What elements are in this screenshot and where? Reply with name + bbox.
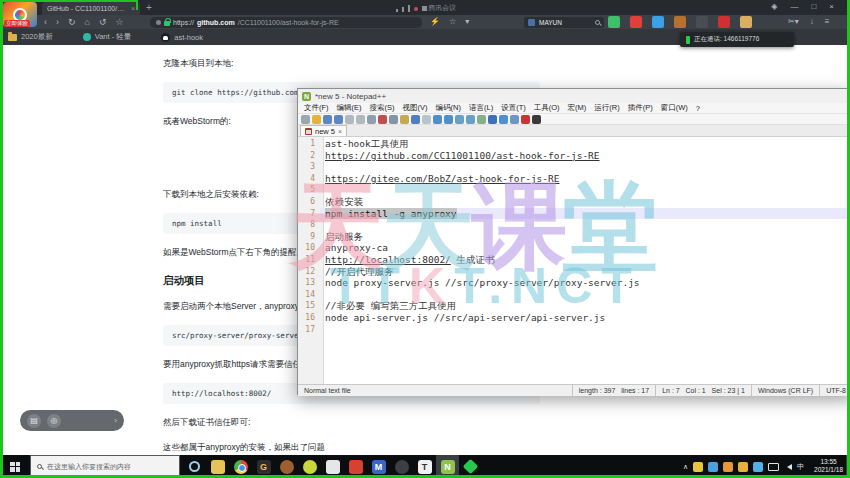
extension-brown[interactable] [674, 16, 686, 28]
menu-item[interactable]: 运行(R) [590, 103, 623, 113]
tray-app-orange-icon[interactable] [723, 462, 733, 472]
show-symbol-icon[interactable] [499, 115, 508, 124]
bookmark-folder[interactable]: 2020最新 [8, 32, 53, 42]
menu-item[interactable]: 语言(L) [465, 103, 497, 113]
menu-item[interactable]: 窗口(W) [657, 103, 692, 113]
browser-search-box[interactable]: MAYUN [524, 17, 604, 28]
menu-item[interactable]: 编码(N) [432, 103, 465, 113]
cut-icon[interactable] [378, 115, 387, 124]
restore-icon[interactable]: ↺ [99, 16, 107, 28]
document-tab[interactable]: new 5 × [300, 125, 347, 136]
menu-item[interactable]: 宏(M) [564, 103, 591, 113]
extension-dark[interactable] [696, 16, 708, 28]
volume-icon[interactable] [784, 464, 792, 470]
notepad-title-text: *new 5 - Notepad++ [315, 92, 386, 101]
close-file-icon[interactable] [345, 115, 354, 124]
save-icon[interactable] [323, 115, 332, 124]
close-all-icon[interactable] [356, 115, 365, 124]
ime-indicator[interactable]: 中 [797, 462, 804, 472]
macro-play-icon[interactable] [532, 115, 541, 124]
minimize-button[interactable]: — [790, 2, 798, 11]
extension-red-2[interactable] [718, 16, 730, 28]
doc-map-icon[interactable] [510, 115, 519, 124]
address-bar-actions: ⚡☆▾ [430, 16, 469, 28]
menu-item[interactable]: 文件(F) [300, 103, 333, 113]
macro-record-icon[interactable] [521, 115, 530, 124]
menu-item[interactable]: ? [692, 104, 704, 113]
link-text[interactable]: http://localhost:8002/ [325, 254, 451, 265]
favorite-icon[interactable]: ☆ [116, 16, 124, 28]
zoom-in-icon[interactable] [455, 115, 464, 124]
forward-icon[interactable]: › [56, 16, 59, 28]
menu-item[interactable]: 设置(T) [497, 103, 530, 113]
download-icon[interactable]: ↓ [810, 16, 814, 28]
refresh-icon[interactable]: ↻ [68, 16, 76, 28]
redo-icon[interactable] [422, 115, 431, 124]
tray-app-yellow-icon[interactable] [693, 462, 703, 472]
open-file-icon[interactable] [312, 115, 321, 124]
line-text: 启动服务 [320, 231, 850, 243]
menu-icon[interactable]: ≡ [825, 16, 830, 28]
tray-app-blue-icon[interactable] [708, 462, 718, 472]
paste-icon[interactable] [400, 115, 409, 124]
browser-tab[interactable]: GitHub - CC11001100/ast-h × [42, 2, 140, 15]
address-bar[interactable]: https://github.com/CC11001100/ast-hook-f… [150, 17, 422, 28]
maximize-button[interactable]: □ [811, 2, 816, 11]
link-text[interactable]: https://github.com/CC11001100/ast-hook-f… [325, 150, 600, 161]
tray-app-swoosh-icon[interactable] [753, 462, 763, 472]
save-all-icon[interactable] [334, 115, 343, 124]
menu-item[interactable]: 编辑(E) [333, 103, 366, 113]
floating-widget[interactable]: ▤ ◎ › [20, 410, 124, 431]
link-text[interactable]: https://gitee.com/BobZ/ast-hook-for-js-R… [325, 173, 560, 184]
home-icon[interactable]: ⌂ [85, 16, 90, 28]
sync-scroll-icon[interactable] [477, 115, 486, 124]
line-text: node proxy-server.js //src/proxy-server/… [320, 277, 850, 289]
tray-app-flame-icon[interactable] [738, 462, 748, 472]
print-icon[interactable] [367, 115, 376, 124]
text-editor-area[interactable]: 1ast-hook工具使用2https://github.com/CC11001… [298, 137, 850, 384]
display-icon[interactable] [768, 463, 779, 471]
find-icon[interactable] [433, 115, 442, 124]
extension-red-1[interactable] [630, 16, 642, 28]
site-shield-icon[interactable] [156, 20, 161, 25]
taskbar-clock[interactable]: 13:55 2021/1/18 [814, 458, 843, 474]
extension-icons [608, 16, 752, 28]
screenshot-scissors-icon[interactable]: ✂▾ [788, 16, 799, 28]
tab-close-icon[interactable]: × [338, 128, 342, 135]
back-icon[interactable]: ‹ [44, 16, 47, 28]
star-icon[interactable]: ☆ [449, 16, 456, 28]
plain-text: //非必要 编写第三方工具使用 [325, 300, 456, 311]
zoom-out-icon[interactable] [466, 115, 475, 124]
new-file-icon[interactable] [301, 115, 310, 124]
menu-item[interactable]: 插件(P) [624, 103, 657, 113]
printer-icon[interactable]: ▤ [27, 414, 41, 428]
speed-mode-icon[interactable]: ⚡ [430, 16, 440, 28]
bookmark-vant[interactable]: Vant - 轻量 [83, 32, 132, 42]
url-scheme: https:// [173, 19, 194, 26]
bookmark-github[interactable]: ast-hook [161, 33, 203, 42]
replace-icon[interactable] [444, 115, 453, 124]
shield-icon[interactable]: ◈ [771, 2, 777, 11]
undo-icon[interactable] [411, 115, 420, 124]
menu-item[interactable]: 视图(V) [399, 103, 432, 113]
expand-arrow-icon[interactable]: › [114, 416, 117, 425]
notepad-title-bar[interactable]: N *new 5 - Notepad++ [298, 89, 850, 103]
tool-icon[interactable]: ◎ [47, 414, 61, 428]
extension-green[interactable] [608, 16, 620, 28]
copy-icon[interactable] [389, 115, 398, 124]
new-tab-button[interactable]: + [146, 2, 152, 13]
tray-expand-icon[interactable]: ∧ [683, 463, 688, 471]
browser-logo[interactable]: 立即体验 [3, 2, 37, 27]
line-number: 15 [298, 300, 320, 312]
word-wrap-icon[interactable] [488, 115, 497, 124]
extension-blue[interactable] [652, 16, 664, 28]
search-icon[interactable] [595, 20, 600, 25]
call-notification[interactable]: 正在通话: 1466119776 [680, 32, 794, 47]
dropdown-icon[interactable]: ▾ [465, 16, 469, 28]
close-button[interactable]: × [829, 2, 834, 11]
record-dot-icon [414, 7, 418, 11]
extension-gold[interactable] [740, 16, 752, 28]
tab-close-icon[interactable]: × [131, 5, 135, 12]
menu-item[interactable]: 工具(O) [530, 103, 564, 113]
menu-item[interactable]: 搜索(S) [366, 103, 399, 113]
